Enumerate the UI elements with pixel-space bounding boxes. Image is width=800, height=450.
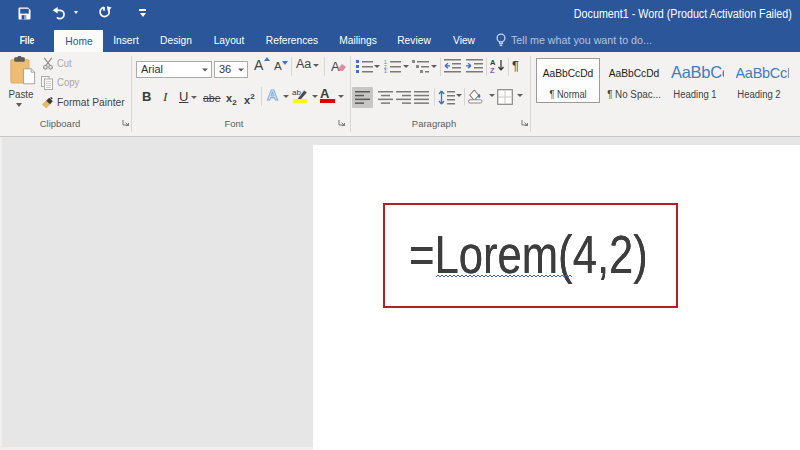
svg-text:Z: Z xyxy=(490,66,495,74)
svg-text:3.: 3. xyxy=(384,69,388,73)
